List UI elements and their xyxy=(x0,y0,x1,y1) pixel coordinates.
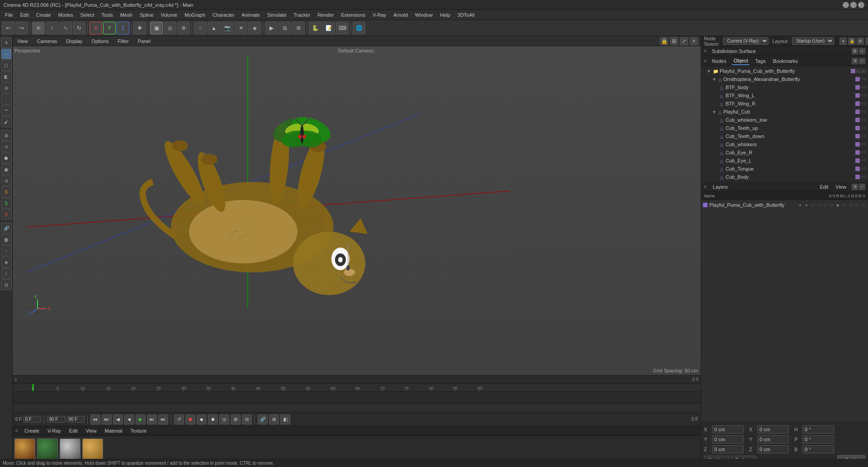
tool-ref[interactable]: ◈ xyxy=(1,257,12,267)
rotate-btn[interactable]: ↻ xyxy=(73,22,85,34)
render-btn[interactable]: ▶ xyxy=(265,22,278,34)
tool-edge[interactable]: ⊟ xyxy=(1,82,12,93)
tree-item-cub-tongue[interactable]: △ Cub_Tongue ○ □ xyxy=(701,165,868,173)
menu-arnold[interactable]: Arnold xyxy=(390,11,411,19)
layout-select[interactable]: Startup (User) xyxy=(792,37,834,45)
layer-render-icon[interactable]: ● xyxy=(804,203,809,207)
menu-edit[interactable]: Edit xyxy=(17,11,32,19)
tool-sculpt[interactable]: ⌇ xyxy=(1,268,12,279)
y-axis-btn[interactable]: Y xyxy=(103,22,116,34)
tool-poly[interactable]: ⬡ xyxy=(1,60,12,71)
camera-btn[interactable]: 📷 xyxy=(221,22,234,34)
tree-item-playful-puma[interactable]: ▼ 📁 Playful_Puma_Cub_with_Butterfly · · xyxy=(701,67,868,75)
viewport-menu-cameras[interactable]: Cameras xyxy=(35,38,59,45)
menu-modes[interactable]: Modes xyxy=(55,11,76,19)
tab-nodes[interactable]: Nodes xyxy=(710,57,728,65)
live-select-btn[interactable]: ✛ xyxy=(32,22,45,34)
layer-item-puma[interactable]: Playful_Puma_Cub_with_Butterfly ● ● □ □ … xyxy=(701,201,868,209)
viewport-menu-panel[interactable]: Panel xyxy=(136,38,152,45)
coord-p-angle[interactable] xyxy=(802,435,834,443)
undo-btn[interactable]: ↩ xyxy=(2,22,14,34)
layers-edit-tab[interactable]: Edit xyxy=(818,183,830,191)
tool-spline[interactable]: 〜 xyxy=(1,105,12,116)
menu-animate[interactable]: Animate xyxy=(238,11,263,19)
goto-start-btn[interactable]: ⏮ xyxy=(90,415,100,424)
menu-tracker[interactable]: Tracker xyxy=(291,11,314,19)
subdiv-menu-icon[interactable]: ≡ xyxy=(704,48,707,53)
lock-icon[interactable]: 🔒 xyxy=(848,38,855,45)
menu-help[interactable]: Help xyxy=(437,11,453,19)
menu-mograph[interactable]: MoGraph xyxy=(181,11,208,19)
layer-icon10[interactable]: □ xyxy=(854,203,860,207)
render-settings-btn[interactable]: ⚙ xyxy=(292,22,305,34)
obj-close-icon[interactable]: × xyxy=(859,58,865,64)
coord-b-angle[interactable] xyxy=(802,445,834,453)
window-controls[interactable]: — □ × xyxy=(843,2,864,8)
tool-s2[interactable]: S xyxy=(1,198,12,209)
menu-character[interactable]: Character xyxy=(209,11,237,19)
tool-cursor[interactable]: ✛ xyxy=(1,37,12,48)
step-fwd-btn[interactable]: ⏭ xyxy=(147,415,157,424)
tool-4[interactable]: ⊘ xyxy=(1,175,12,186)
menu-file[interactable]: File xyxy=(2,11,16,19)
viewport-menu-options[interactable]: Options xyxy=(90,38,110,45)
filter-icon[interactable]: ▾ xyxy=(840,38,847,45)
layer-icon7[interactable]: ▶ xyxy=(835,203,841,207)
coord-x-pos[interactable] xyxy=(712,425,744,434)
schematic-btn[interactable]: ⊟ xyxy=(242,415,252,424)
menu-extensions[interactable]: Extensions xyxy=(338,11,368,19)
layer-icon4[interactable]: □ xyxy=(816,203,822,207)
keyframe-btn[interactable]: ◆ xyxy=(197,415,207,424)
subdiv-close-icon[interactable]: × xyxy=(859,48,865,54)
motion-clip-btn[interactable]: ⊞ xyxy=(231,415,241,424)
layers-menu-icon[interactable]: ≡ xyxy=(704,184,707,189)
menu-tools[interactable]: Tools xyxy=(98,11,116,19)
snap-btn[interactable]: 🔗 xyxy=(258,415,268,424)
scale-btn[interactable]: ⤡ xyxy=(59,22,72,34)
coord-x-size[interactable] xyxy=(757,425,789,434)
viewport-expand-btn[interactable]: ⤢ xyxy=(680,37,688,45)
redo-btn[interactable]: ↪ xyxy=(15,22,28,34)
tool-poly2[interactable]: ⬟ xyxy=(1,152,12,163)
lyr-btn[interactable]: ◧ xyxy=(280,415,290,424)
current-frame-input[interactable] xyxy=(23,416,41,423)
tree-vis-orn[interactable]: ○ xyxy=(861,77,863,81)
menu-select[interactable]: Select xyxy=(77,11,98,19)
tool-lasso[interactable]: ⊙ xyxy=(1,141,12,152)
tab-tags[interactable]: Tags xyxy=(753,57,767,65)
end-frame-input[interactable] xyxy=(47,416,65,423)
coord-y-size[interactable] xyxy=(757,435,789,443)
mat-menu-vray[interactable]: V-Ray xyxy=(46,427,63,434)
play-fwd-btn[interactable]: ▶ xyxy=(136,415,146,424)
tree-item-btf-body[interactable]: △ BTF_body ○ □ xyxy=(701,83,868,91)
menu-3dtoall[interactable]: 3DToAll xyxy=(454,11,478,19)
tab-bookmarks[interactable]: Bookmarks xyxy=(771,57,800,65)
tree-item-playful-cub[interactable]: ▼ △ Playful_Cub ○ □ xyxy=(701,108,868,116)
timeline-ruler[interactable]: 0 5 10 15 20 25 3D 35 40 xyxy=(13,384,701,392)
tool-face[interactable]: ◧ xyxy=(1,71,12,82)
tool-paint[interactable]: 🖌 xyxy=(1,116,12,127)
mat-menu-material[interactable]: Material xyxy=(103,427,124,434)
render-region-btn[interactable]: ⧉ xyxy=(278,22,291,34)
menu-window[interactable]: Window xyxy=(412,11,436,19)
viewport-menu-view[interactable]: View xyxy=(15,38,30,45)
viewport-menu-display[interactable]: Display xyxy=(64,38,84,45)
light-btn[interactable]: ☀ xyxy=(235,22,247,34)
layer-lock-icon[interactable]: □ xyxy=(810,203,816,207)
tool-s3[interactable]: S xyxy=(1,209,12,220)
mat-menu-edit[interactable]: Edit xyxy=(67,427,80,434)
tree-lock-orn[interactable]: □ xyxy=(864,77,866,81)
tool-floor[interactable]: ⊟ xyxy=(1,279,12,290)
obj-settings-icon[interactable]: ⚙ xyxy=(852,58,858,64)
stop-btn[interactable]: ■ xyxy=(124,415,134,424)
tree-item-cub-body[interactable]: △ Cub_Body ○ □ xyxy=(701,173,868,181)
subdiv-settings-icon[interactable]: ⚙ xyxy=(852,48,858,54)
layer-icon6[interactable]: □ xyxy=(829,203,835,207)
menu-volume[interactable]: Volume xyxy=(158,11,181,19)
menu-create[interactable]: Create xyxy=(33,11,54,19)
add-btn[interactable]: ✚ xyxy=(133,22,146,34)
fps-input[interactable] xyxy=(66,416,85,423)
tool-hook[interactable]: 🔗 xyxy=(1,223,12,234)
tool-selection[interactable]: ⊞ xyxy=(1,130,12,141)
material-btn[interactable]: ◈ xyxy=(248,22,261,34)
